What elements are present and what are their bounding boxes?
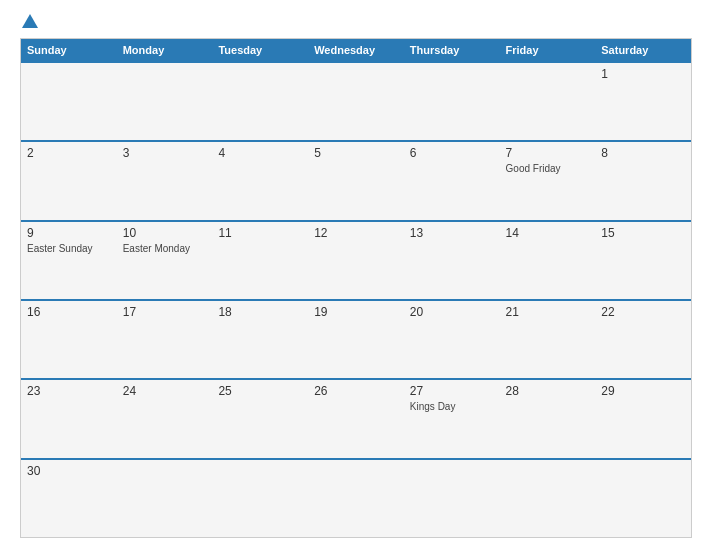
logo — [20, 16, 40, 28]
day-number: 29 — [601, 384, 685, 398]
day-number: 11 — [218, 226, 302, 240]
day-number: 19 — [314, 305, 398, 319]
calendar-cell: 2 — [21, 142, 117, 219]
calendar: SundayMondayTuesdayWednesdayThursdayFrid… — [20, 38, 692, 538]
day-number: 18 — [218, 305, 302, 319]
calendar-cell: 14 — [500, 222, 596, 299]
calendar-cell: 12 — [308, 222, 404, 299]
day-number: 7 — [506, 146, 590, 160]
calendar-week-2: 234567Good Friday8 — [21, 140, 691, 219]
calendar-cell: 21 — [500, 301, 596, 378]
calendar-cell: 28 — [500, 380, 596, 457]
calendar-cell: 8 — [595, 142, 691, 219]
calendar-cell: 26 — [308, 380, 404, 457]
day-number: 22 — [601, 305, 685, 319]
calendar-cell: 19 — [308, 301, 404, 378]
day-number: 23 — [27, 384, 111, 398]
day-number: 8 — [601, 146, 685, 160]
day-number: 21 — [506, 305, 590, 319]
calendar-cell — [404, 460, 500, 537]
calendar-header-tuesday: Tuesday — [212, 39, 308, 61]
calendar-cell — [404, 63, 500, 140]
calendar-header-thursday: Thursday — [404, 39, 500, 61]
day-event: Easter Sunday — [27, 243, 111, 254]
day-number: 12 — [314, 226, 398, 240]
calendar-cell — [308, 460, 404, 537]
calendar-cell: 29 — [595, 380, 691, 457]
day-number: 27 — [410, 384, 494, 398]
logo-triangle-icon — [22, 14, 38, 28]
day-number: 26 — [314, 384, 398, 398]
calendar-week-4: 16171819202122 — [21, 299, 691, 378]
day-number: 4 — [218, 146, 302, 160]
calendar-cell: 20 — [404, 301, 500, 378]
day-number: 17 — [123, 305, 207, 319]
calendar-cell: 10Easter Monday — [117, 222, 213, 299]
page: SundayMondayTuesdayWednesdayThursdayFrid… — [0, 0, 712, 550]
calendar-header-row: SundayMondayTuesdayWednesdayThursdayFrid… — [21, 39, 691, 61]
day-number: 15 — [601, 226, 685, 240]
calendar-cell — [500, 63, 596, 140]
calendar-cell: 13 — [404, 222, 500, 299]
calendar-cell — [308, 63, 404, 140]
calendar-cell: 1 — [595, 63, 691, 140]
calendar-cell — [21, 63, 117, 140]
calendar-header-friday: Friday — [500, 39, 596, 61]
calendar-cell — [212, 460, 308, 537]
day-number: 5 — [314, 146, 398, 160]
calendar-header-wednesday: Wednesday — [308, 39, 404, 61]
calendar-cell: 25 — [212, 380, 308, 457]
header — [20, 16, 692, 28]
calendar-week-5: 2324252627Kings Day2829 — [21, 378, 691, 457]
calendar-cell: 4 — [212, 142, 308, 219]
calendar-cell: 11 — [212, 222, 308, 299]
day-number: 20 — [410, 305, 494, 319]
day-number: 30 — [27, 464, 111, 478]
day-event: Easter Monday — [123, 243, 207, 254]
calendar-header-monday: Monday — [117, 39, 213, 61]
day-number: 3 — [123, 146, 207, 160]
calendar-cell: 7Good Friday — [500, 142, 596, 219]
day-number: 28 — [506, 384, 590, 398]
calendar-cell: 24 — [117, 380, 213, 457]
calendar-cell: 23 — [21, 380, 117, 457]
calendar-cell: 22 — [595, 301, 691, 378]
calendar-cell: 17 — [117, 301, 213, 378]
calendar-cell — [595, 460, 691, 537]
calendar-cell: 3 — [117, 142, 213, 219]
calendar-cell — [212, 63, 308, 140]
day-number: 13 — [410, 226, 494, 240]
day-number: 1 — [601, 67, 685, 81]
calendar-body: 1234567Good Friday89Easter Sunday10Easte… — [21, 61, 691, 537]
calendar-cell — [117, 63, 213, 140]
calendar-cell — [117, 460, 213, 537]
day-event: Kings Day — [410, 401, 494, 412]
calendar-cell: 16 — [21, 301, 117, 378]
day-number: 24 — [123, 384, 207, 398]
calendar-cell: 15 — [595, 222, 691, 299]
calendar-cell: 6 — [404, 142, 500, 219]
calendar-week-1: 1 — [21, 61, 691, 140]
day-number: 25 — [218, 384, 302, 398]
calendar-cell: 18 — [212, 301, 308, 378]
day-number: 9 — [27, 226, 111, 240]
calendar-cell: 5 — [308, 142, 404, 219]
calendar-cell: 30 — [21, 460, 117, 537]
calendar-week-6: 30 — [21, 458, 691, 537]
day-event: Good Friday — [506, 163, 590, 174]
calendar-cell: 9Easter Sunday — [21, 222, 117, 299]
calendar-cell — [500, 460, 596, 537]
day-number: 16 — [27, 305, 111, 319]
calendar-header-sunday: Sunday — [21, 39, 117, 61]
day-number: 6 — [410, 146, 494, 160]
calendar-week-3: 9Easter Sunday10Easter Monday1112131415 — [21, 220, 691, 299]
calendar-cell: 27Kings Day — [404, 380, 500, 457]
day-number: 2 — [27, 146, 111, 160]
day-number: 14 — [506, 226, 590, 240]
day-number: 10 — [123, 226, 207, 240]
calendar-header-saturday: Saturday — [595, 39, 691, 61]
